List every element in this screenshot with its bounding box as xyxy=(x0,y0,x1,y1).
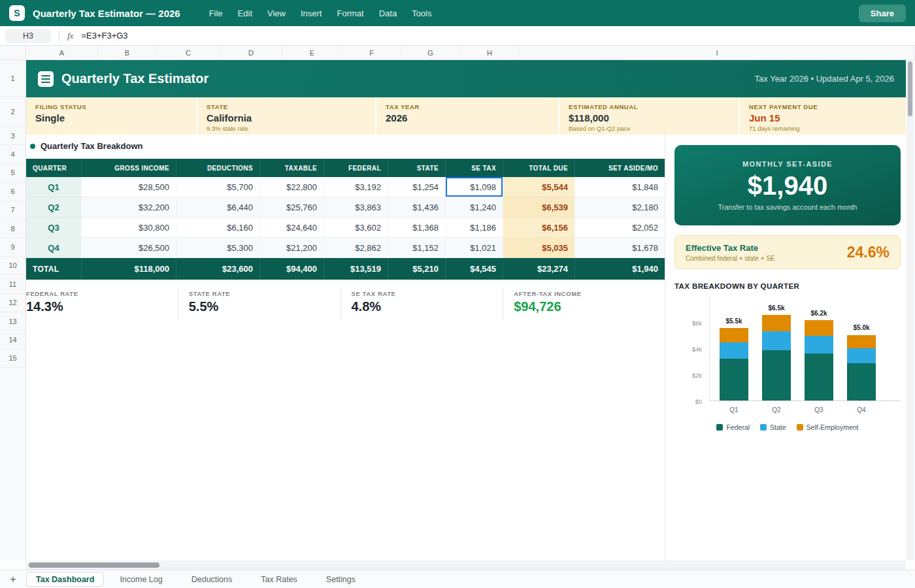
cell-q4-gross-income[interactable]: $26,500 xyxy=(82,238,176,258)
cell-q2-taxable[interactable]: $25,760 xyxy=(260,197,324,218)
setaside-value: $1,940 xyxy=(748,172,827,199)
cell-q3-federal[interactable]: $3,602 xyxy=(324,218,388,238)
tab-tax-dashboard[interactable]: Tax Dashboard xyxy=(26,572,104,587)
cell-q1-taxable[interactable]: $22,800 xyxy=(260,177,324,197)
menu-format[interactable]: Format xyxy=(337,8,363,18)
horizontal-scrollbar[interactable] xyxy=(26,561,906,570)
horizontal-scrollbar-thumb[interactable] xyxy=(29,563,159,568)
total-cell-se-tax[interactable]: $4,545 xyxy=(446,258,503,280)
cell-q1-set-aside-mo[interactable]: $1,848 xyxy=(575,177,665,197)
total-cell-taxable[interactable]: $94,400 xyxy=(260,258,324,280)
info-card-estimated-annual[interactable]: ESTIMATED ANNUAL$118,000Based on Q1-Q2 p… xyxy=(559,97,739,135)
vertical-scrollbar-thumb[interactable] xyxy=(908,61,912,116)
cell-q2-gross-income[interactable]: $32,200 xyxy=(82,197,176,218)
column-header-d[interactable]: D xyxy=(220,46,282,59)
cell-name-box[interactable]: H3 xyxy=(5,29,51,43)
cell-q2-quarter[interactable]: Q2 xyxy=(26,197,82,218)
info-card-state[interactable]: STATECalifornia9.3% state rate xyxy=(197,97,375,135)
menu-insert[interactable]: Insert xyxy=(301,8,322,18)
dashboard-meta: Tax Year 2026 • Updated Apr 5, 2026 xyxy=(755,74,894,84)
formula-input[interactable]: =E3+F3+G3 xyxy=(81,31,127,41)
cell-q1-state[interactable]: $1,254 xyxy=(388,177,446,197)
cell-q4-deductions[interactable]: $5,300 xyxy=(176,238,260,258)
row-header-11[interactable]: 11 xyxy=(0,275,25,293)
menu-view[interactable]: View xyxy=(267,8,286,18)
total-cell-quarter[interactable]: TOTAL xyxy=(26,258,82,280)
column-header-e[interactable]: E xyxy=(282,46,342,59)
row-header-10[interactable]: 10 xyxy=(0,257,25,275)
row-header-12[interactable]: 12 xyxy=(0,294,25,312)
vertical-scrollbar[interactable] xyxy=(907,60,913,561)
cell-q4-federal[interactable]: $2,862 xyxy=(324,238,388,258)
row-header-13[interactable]: 13 xyxy=(0,312,25,331)
cell-q3-quarter[interactable]: Q3 xyxy=(26,218,82,238)
cell-q2-deductions[interactable]: $6,440 xyxy=(176,197,260,218)
cell-q1-quarter[interactable]: Q1 xyxy=(26,177,82,197)
cell-q3-se-tax[interactable]: $1,186 xyxy=(446,218,503,238)
cell-q3-set-aside-mo[interactable]: $2,052 xyxy=(575,218,665,238)
row-header-5[interactable]: 5 xyxy=(0,164,25,182)
column-header-i[interactable]: I xyxy=(520,46,915,59)
cell-q4-taxable[interactable]: $21,200 xyxy=(260,238,324,258)
row-header-9[interactable]: 9 xyxy=(0,238,25,256)
menu-tools[interactable]: Tools xyxy=(412,8,431,18)
column-header-h[interactable]: H xyxy=(460,46,520,59)
cell-q1-gross-income[interactable]: $28,500 xyxy=(82,177,176,197)
row-header-3[interactable]: 3 xyxy=(0,127,25,145)
cell-q4-set-aside-mo[interactable]: $1,678 xyxy=(575,238,665,258)
tab-income-log[interactable]: Income Log xyxy=(107,572,175,587)
row-header-14[interactable]: 14 xyxy=(0,331,25,349)
row-header-6[interactable]: 6 xyxy=(0,182,25,201)
cell-q4-quarter[interactable]: Q4 xyxy=(26,238,82,258)
row-header-15[interactable]: 15 xyxy=(0,350,25,368)
total-cell-gross-income[interactable]: $118,000 xyxy=(82,258,176,280)
column-header-g[interactable]: G xyxy=(401,46,460,59)
cell-q1-se-tax[interactable]: $1,098 xyxy=(446,177,503,197)
add-sheet-icon[interactable]: + xyxy=(0,574,26,585)
cell-q2-total-due[interactable]: $6,539 xyxy=(503,197,575,218)
row-header-1[interactable]: 1 xyxy=(0,60,25,97)
cell-q1-deductions[interactable]: $5,700 xyxy=(176,177,260,197)
row-header-7[interactable]: 7 xyxy=(0,201,25,220)
cell-q3-taxable[interactable]: $24,640 xyxy=(260,218,324,238)
total-cell-set-aside-mo[interactable]: $1,940 xyxy=(575,258,665,280)
column-header-b[interactable]: B xyxy=(98,46,157,59)
cell-q1-total-due[interactable]: $5,544 xyxy=(503,177,575,197)
cell-q3-deductions[interactable]: $6,160 xyxy=(176,218,260,238)
tab-deductions[interactable]: Deductions xyxy=(178,572,246,587)
row-header-8[interactable]: 8 xyxy=(0,220,25,238)
row-header-4[interactable]: 4 xyxy=(0,145,25,163)
column-header-c[interactable]: C xyxy=(157,46,220,59)
cell-q3-total-due[interactable]: $6,156 xyxy=(503,218,575,238)
cell-q4-state[interactable]: $1,152 xyxy=(388,238,446,258)
total-cell-total-due[interactable]: $23,274 xyxy=(503,258,575,280)
info-card-tax-year[interactable]: TAX YEAR2026 xyxy=(376,97,558,135)
cell-q1-federal[interactable]: $3,192 xyxy=(324,177,388,197)
total-cell-federal[interactable]: $13,519 xyxy=(324,258,388,280)
share-button[interactable]: Share xyxy=(859,5,906,22)
cell-q2-federal[interactable]: $3,863 xyxy=(324,197,388,218)
tab-settings[interactable]: Settings xyxy=(313,572,369,587)
cell-q3-gross-income[interactable]: $30,800 xyxy=(82,218,176,238)
column-header-a[interactable]: A xyxy=(26,46,98,59)
menu-data[interactable]: Data xyxy=(379,8,397,18)
cell-q2-state[interactable]: $1,436 xyxy=(388,197,446,218)
table-header-gross-income: GROSS INCOME xyxy=(82,159,176,177)
info-card-label: FILING STATUS xyxy=(35,103,187,110)
info-card-next-payment-due[interactable]: NEXT PAYMENT DUEJun 1571 days remaining xyxy=(740,97,906,135)
cell-q4-total-due[interactable]: $5,035 xyxy=(503,238,575,258)
cell-q2-set-aside-mo[interactable]: $2,180 xyxy=(575,197,665,218)
row-header-2[interactable]: 2 xyxy=(0,97,25,127)
info-card-filing-status[interactable]: FILING STATUSSingle xyxy=(26,97,196,135)
cell-q4-se-tax[interactable]: $1,021 xyxy=(446,238,503,258)
menu-file[interactable]: File xyxy=(209,8,223,18)
select-all-corner[interactable] xyxy=(0,46,26,59)
total-cell-state[interactable]: $5,210 xyxy=(388,258,446,280)
total-cell-deductions[interactable]: $23,600 xyxy=(176,258,260,280)
tab-tax-rates[interactable]: Tax Rates xyxy=(248,572,310,587)
menu-edit[interactable]: Edit xyxy=(238,8,252,18)
cell-q2-se-tax[interactable]: $1,240 xyxy=(446,197,503,218)
cell-q3-state[interactable]: $1,368 xyxy=(388,218,446,238)
column-header-f[interactable]: F xyxy=(342,46,401,59)
info-card-label: NEXT PAYMENT DUE xyxy=(749,103,897,110)
